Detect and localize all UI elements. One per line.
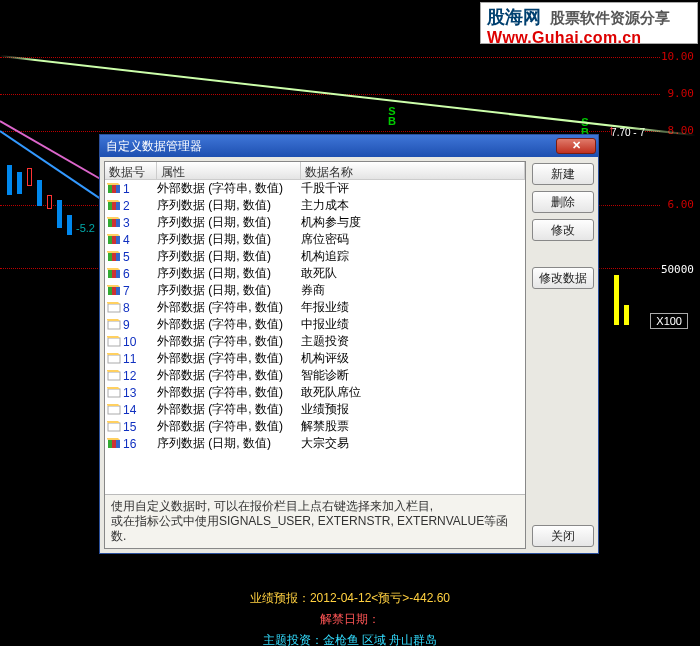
forecast-value: 2012-04-12<预亏>-442.60: [310, 591, 450, 605]
row-number: 2: [123, 199, 157, 213]
delete-button[interactable]: 删除: [532, 191, 594, 213]
list-item[interactable]: 6序列数据 (日期, 数值)敢死队: [105, 265, 525, 282]
row-dataname: 席位密码: [301, 231, 523, 248]
row-attribute: 序列数据 (日期, 数值): [157, 435, 301, 452]
row-number: 10: [123, 335, 157, 349]
svg-rect-25: [108, 372, 120, 380]
row-number: 5: [123, 250, 157, 264]
svg-rect-15: [108, 270, 112, 278]
candlestick: [47, 195, 52, 209]
row-icon: [107, 438, 121, 450]
list-header: 数据号 属性 数据名称: [105, 162, 525, 180]
list-item[interactable]: 5序列数据 (日期, 数值)机构追踪: [105, 248, 525, 265]
col-header-name[interactable]: 数据名称: [301, 162, 525, 179]
row-dataname: 敢死队: [301, 265, 523, 282]
row-attribute: 外部数据 (字符串, 数值): [157, 299, 301, 316]
row-attribute: 外部数据 (字符串, 数值): [157, 180, 301, 197]
row-attribute: 外部数据 (字符串, 数值): [157, 367, 301, 384]
row-dataname: 中报业绩: [301, 316, 523, 333]
row-dataname: 主题投资: [301, 333, 523, 350]
edit-button[interactable]: 修改: [532, 219, 594, 241]
svg-rect-17: [116, 270, 120, 278]
svg-rect-18: [108, 287, 112, 295]
row-attribute: 序列数据 (日期, 数值): [157, 282, 301, 299]
row-number: 11: [123, 352, 157, 366]
grid-line: [0, 131, 660, 132]
row-icon: [107, 268, 121, 280]
watermark-logo: 股海网 股票软件资源分享 Www.Guhai.com.cn: [480, 2, 698, 44]
svg-rect-23: [108, 338, 120, 346]
custom-data-manager-dialog: 自定义数据管理器 ✕ 数据号 属性 数据名称 1外部数据 (字符串, 数值)千股…: [99, 134, 599, 554]
svg-rect-10: [112, 236, 116, 244]
theme-invest-value: 金枪鱼 区域 舟山群岛: [323, 633, 438, 646]
list-item[interactable]: 10外部数据 (字符串, 数值)主题投资: [105, 333, 525, 350]
col-header-attribute[interactable]: 属性: [157, 162, 301, 179]
axis-label: 6.00: [668, 198, 695, 211]
row-attribute: 外部数据 (字符串, 数值): [157, 401, 301, 418]
svg-rect-31: [116, 440, 120, 448]
row-dataname: 机构追踪: [301, 248, 523, 265]
watermark-title: 股海网: [487, 7, 541, 27]
row-icon: [107, 251, 121, 263]
list-item[interactable]: 3序列数据 (日期, 数值)机构参与度: [105, 214, 525, 231]
svg-rect-7: [112, 219, 116, 227]
list-item[interactable]: 7序列数据 (日期, 数值)券商: [105, 282, 525, 299]
row-icon: [107, 302, 121, 314]
svg-rect-2: [116, 185, 120, 193]
row-attribute: 序列数据 (日期, 数值): [157, 248, 301, 265]
list-rows[interactable]: 1外部数据 (字符串, 数值)千股千评2序列数据 (日期, 数值)主力成本3序列…: [105, 180, 525, 494]
row-dataname: 业绩预报: [301, 401, 523, 418]
row-number: 6: [123, 267, 157, 281]
new-button[interactable]: 新建: [532, 163, 594, 185]
chart-background: 股海网 股票软件资源分享 Www.Guhai.com.cn 10.00 9.00…: [0, 0, 700, 646]
edit-data-button[interactable]: 修改数据: [532, 267, 594, 289]
row-attribute: 外部数据 (字符串, 数值): [157, 384, 301, 401]
list-item[interactable]: 1外部数据 (字符串, 数值)千股千评: [105, 180, 525, 197]
svg-rect-9: [108, 236, 112, 244]
row-attribute: 序列数据 (日期, 数值): [157, 231, 301, 248]
row-icon: [107, 183, 121, 195]
close-dialog-button[interactable]: 关闭: [532, 525, 594, 547]
list-item[interactable]: 9外部数据 (字符串, 数值)中报业绩: [105, 316, 525, 333]
row-attribute: 序列数据 (日期, 数值): [157, 214, 301, 231]
svg-rect-0: [108, 185, 112, 193]
axis-label: 10.00: [661, 50, 694, 63]
row-dataname: 主力成本: [301, 197, 523, 214]
dialog-titlebar[interactable]: 自定义数据管理器 ✕: [100, 135, 598, 157]
list-item[interactable]: 14外部数据 (字符串, 数值)业绩预报: [105, 401, 525, 418]
candlestick: [27, 168, 32, 186]
list-item[interactable]: 15外部数据 (字符串, 数值)解禁股票: [105, 418, 525, 435]
svg-rect-29: [108, 440, 112, 448]
value-label: -5.2: [76, 222, 95, 234]
svg-rect-19: [112, 287, 116, 295]
trend-line: [0, 55, 696, 136]
list-item[interactable]: 4序列数据 (日期, 数值)席位密码: [105, 231, 525, 248]
svg-rect-3: [108, 202, 112, 210]
row-icon: [107, 285, 121, 297]
row-number: 9: [123, 318, 157, 332]
svg-rect-14: [116, 253, 120, 261]
candlestick: [7, 165, 12, 195]
axis-x100: X100: [650, 313, 688, 329]
svg-rect-11: [116, 236, 120, 244]
list-item[interactable]: 8外部数据 (字符串, 数值)年报业绩: [105, 299, 525, 316]
list-item[interactable]: 2序列数据 (日期, 数值)主力成本: [105, 197, 525, 214]
list-item[interactable]: 16序列数据 (日期, 数值)大宗交易: [105, 435, 525, 452]
svg-rect-6: [108, 219, 112, 227]
svg-rect-21: [108, 304, 120, 312]
row-icon: [107, 319, 121, 331]
row-dataname: 智能诊断: [301, 367, 523, 384]
close-button[interactable]: ✕: [556, 138, 596, 154]
list-item[interactable]: 13外部数据 (字符串, 数值)敢死队席位: [105, 384, 525, 401]
list-item[interactable]: 11外部数据 (字符串, 数值)机构评级: [105, 350, 525, 367]
data-list: 数据号 属性 数据名称 1外部数据 (字符串, 数值)千股千评2序列数据 (日期…: [104, 161, 526, 549]
svg-rect-26: [108, 389, 120, 397]
col-header-number[interactable]: 数据号: [105, 162, 157, 179]
watermark-desc: 股票软件资源分享: [550, 9, 670, 26]
row-icon: [107, 336, 121, 348]
row-dataname: 千股千评: [301, 180, 523, 197]
row-icon: [107, 200, 121, 212]
row-number: 14: [123, 403, 157, 417]
volume-bar: [614, 275, 619, 325]
list-item[interactable]: 12外部数据 (字符串, 数值)智能诊断: [105, 367, 525, 384]
